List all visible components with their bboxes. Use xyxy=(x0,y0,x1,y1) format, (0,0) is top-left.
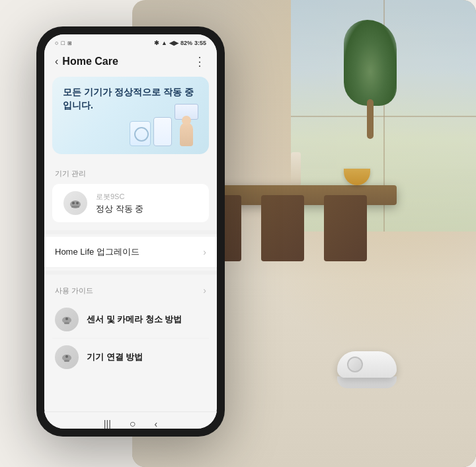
device-section-label: 기기 관리 xyxy=(44,165,217,181)
guide-expand-icon[interactable]: › xyxy=(203,285,206,296)
nav-menu-button[interactable]: ||| xyxy=(104,419,111,429)
camera-icon xyxy=(61,314,73,325)
robot-vacuum xyxy=(337,351,397,388)
guide-item-1-label: 센서 및 카메라 청소 방법 xyxy=(87,314,182,325)
nav-back-button[interactable]: ‹ xyxy=(154,419,157,429)
content-scroll[interactable]: 모든 기기가 정상적으로 작동 중 입니다. xyxy=(44,74,217,411)
guide-item-1-icon xyxy=(55,308,79,331)
guide-section-label: 사용 가이드 xyxy=(55,286,93,296)
chair-3 xyxy=(324,195,367,261)
app-header: ‹ Home Care ⋮ xyxy=(44,49,217,74)
device-list-item[interactable]: 로봇9SC 정상 작동 중 xyxy=(52,184,209,222)
guide-item-2-label: 기기 연결 방법 xyxy=(87,351,143,363)
device-icon xyxy=(63,191,88,216)
chevron-right-icon: › xyxy=(203,247,206,257)
guide-item-1[interactable]: 센서 및 카메라 청소 방법 xyxy=(52,301,209,339)
device-status: 정상 작동 중 xyxy=(96,203,198,215)
svg-rect-3 xyxy=(71,206,79,208)
section-divider-1 xyxy=(44,230,217,234)
status-bar: ○ □ ⊞ ✱ ▲ ◀▶ 82% 3:55 xyxy=(44,34,217,49)
status-dot-2: □ xyxy=(61,40,64,46)
status-right: ✱ ▲ ◀▶ 82% 3:55 xyxy=(154,40,206,46)
time-display: 3:55 xyxy=(194,40,206,46)
svg-rect-6 xyxy=(64,322,69,324)
guide-section: 사용 가이드 › xyxy=(44,277,217,376)
illus-person-icon xyxy=(180,122,193,146)
status-icons: ⊞ xyxy=(67,40,72,46)
svg-point-8 xyxy=(65,355,68,358)
homelife-upgrade-item[interactable]: Home Life 업그레이드 › xyxy=(44,237,217,268)
device-section: 기기 관리 xyxy=(44,162,217,228)
svg-point-2 xyxy=(76,202,79,204)
nav-buttons: ||| ○ ‹ xyxy=(104,418,157,429)
illustration-devices xyxy=(130,104,198,146)
status-left: ○ □ ⊞ xyxy=(55,40,72,46)
homelife-upgrade-label: Home Life 업그레이드 xyxy=(55,246,139,258)
bottom-nav-bar: ||| ○ ‹ xyxy=(44,411,217,429)
connect-icon xyxy=(61,351,73,363)
wifi-icon: ▲ xyxy=(161,40,167,46)
illus-washer-icon xyxy=(130,121,151,146)
device-info: 로봇9SC 정상 작동 중 xyxy=(96,192,198,215)
guide-item-2[interactable]: 기기 연결 방법 xyxy=(52,339,209,376)
plant xyxy=(344,20,397,139)
svg-point-1 xyxy=(72,202,75,204)
back-button[interactable]: ‹ xyxy=(55,56,58,67)
header-left: ‹ Home Care xyxy=(55,56,118,67)
chair-2 xyxy=(261,195,304,261)
battery-level: 82% xyxy=(180,40,192,46)
device-icon-circle xyxy=(63,191,87,215)
svg-point-5 xyxy=(65,318,68,320)
bluetooth-icon: ✱ xyxy=(154,40,159,46)
page-title: Home Care xyxy=(62,56,118,67)
status-banner: 모든 기기가 정상적으로 작동 중 입니다. xyxy=(52,77,209,154)
phone-body: ○ □ ⊞ ✱ ▲ ◀▶ 82% 3:55 ‹ Home Care ⋮ xyxy=(36,26,225,437)
guide-items-list: 센서 및 카메라 청소 방법 기기 연 xyxy=(52,301,209,376)
section-divider-2 xyxy=(44,271,217,275)
robot-icon xyxy=(69,196,82,210)
app-content: 모든 기기가 정상적으로 작동 중 입니다. xyxy=(44,74,217,429)
signal-icon: ◀▶ xyxy=(169,40,178,46)
svg-rect-9 xyxy=(64,360,69,362)
nav-home-button[interactable]: ○ xyxy=(130,418,136,429)
smartphone: ○ □ ⊞ ✱ ▲ ◀▶ 82% 3:55 ‹ Home Care ⋮ xyxy=(36,26,225,437)
guide-section-header: 사용 가이드 › xyxy=(44,277,217,301)
guide-item-2-icon xyxy=(55,345,79,369)
illus-fridge-icon xyxy=(153,117,172,146)
more-button[interactable]: ⋮ xyxy=(194,54,206,69)
device-model: 로봇9SC xyxy=(96,192,198,202)
status-dot-1: ○ xyxy=(55,40,58,46)
phone-screen: ○ □ ⊞ ✱ ▲ ◀▶ 82% 3:55 ‹ Home Care ⋮ xyxy=(44,34,217,429)
vase xyxy=(291,152,301,185)
